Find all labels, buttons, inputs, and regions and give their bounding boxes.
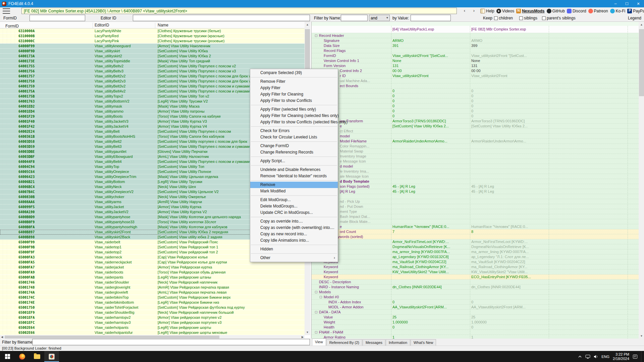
menu-item-compare-selected-39[interactable]: Compare Selected (39) (250, 70, 338, 76)
table-row[interactable]: 6500174AVtaw_raidergloveleft[ArmL] Vtaw … (0, 290, 305, 295)
field-row[interactable]: KeywordKW_VtawUtilitySkirt2 "Vtaw Utilit… (312, 269, 639, 275)
link-discord[interactable]: Discord (567, 9, 586, 13)
table-row[interactable]: 6310000CLacyPantyPink[Clothes] Кружевные… (0, 39, 305, 44)
field-value-plugin1[interactable]: ma_Railroad_ClothingArmor [KY... (392, 264, 448, 269)
field-value-plugin2[interactable]: dn_Clothes [INNR:0020DE44] (471, 285, 521, 290)
collapse-icon[interactable]: − (315, 35, 317, 37)
table-row[interactable]: 6400173EVtaw_utilityTopmiddle[Mask] Vtaw… (0, 59, 305, 64)
field-value-plugin1[interactable]: AA_Vtawutilityskirt2Front [ARM... (392, 305, 447, 310)
field-value-plugin2[interactable]: None (471, 58, 480, 63)
table-row[interactable]: 64001755Vtaw_utilityBeltv2[SetCustom] Vt… (0, 64, 305, 69)
keep-parents-siblings-checkbox[interactable]: parent's siblings (542, 16, 576, 20)
field-row[interactable]: −Record Header (312, 33, 639, 38)
checkbox-icon[interactable] (519, 16, 523, 20)
field-value-plugin2[interactable]: 0 (471, 325, 473, 330)
field-row[interactable]: son Flags (sorted)45 - [A] R Leg45 - [A]… (312, 184, 639, 189)
field-value-plugin2[interactable]: AA_Vtawutilityskirt2Front [ARM... (471, 305, 526, 310)
field-row[interactable]: KeywordArmor_NoFirstTimeLoot [KYWD:...Ar… (312, 239, 639, 244)
column-header-plugin1[interactable]: [64] VtawUtilityPack1.esp (392, 27, 434, 31)
taskbar-file-explorer-button[interactable] (30, 351, 44, 362)
field-row[interactable]: 00 (312, 88, 639, 94)
field-row[interactable]: d model (312, 164, 639, 169)
field-row[interactable]: Keywordap_Legendary [KYWD:001E32C8]ap_Le… (312, 254, 639, 259)
field-value-plugin1[interactable]: 0 (392, 99, 394, 104)
field-value-plugin1[interactable]: None (392, 58, 401, 63)
menu-item-apply-filter-for-cleaning-selected-files-only[interactable]: Apply Filter for Cleaning (selected file… (250, 113, 338, 119)
field-value-plugin1[interactable]: 131 (392, 63, 398, 68)
field-row[interactable]: Form Version131131 (312, 63, 639, 68)
menu-item-hidden[interactable]: Hidden (250, 246, 338, 252)
field-value-plugin1[interactable]: Armor_NoFirstTimeLoot [KYWD:... (392, 239, 449, 244)
field-row[interactable]: −Model #0 (312, 295, 639, 300)
menu-item-delete-modgroups[interactable]: Delete ModGroups... (250, 203, 338, 209)
field-value-plugin2[interactable]: ARMO (471, 38, 482, 43)
tab-referenced-by-2-[interactable]: Referenced By (2) (326, 339, 362, 346)
field-row[interactable]: −Models (312, 290, 639, 295)
field-value-plugin2[interactable]: ECO_HasEntryPoint [KYWD:FE05... (471, 275, 531, 280)
field-value-plugin2[interactable]: 0 (471, 300, 473, 305)
field-row[interactable]: nd - Pick Up (312, 199, 639, 204)
field-value-plugin1[interactable]: ArmorTorso3 [TRNS:00186DDC] (392, 119, 446, 124)
field-value-plugin2[interactable]: 8 (471, 229, 473, 234)
field-row[interactable]: Weight1.0000001.000000 (312, 320, 639, 325)
menu-item-change-formid[interactable]: Change FormID (250, 143, 338, 149)
checkbox-icon[interactable] (542, 16, 546, 20)
table-row[interactable]: 65001750Vtaw_raiderTshirtForjacket[SetCu… (0, 305, 305, 310)
filter-by-name-input[interactable] (341, 15, 368, 21)
field-row[interactable]: eHumanRace "Человек" [RACE:0...HumanRace… (312, 224, 639, 229)
link-github[interactable]: GitHub (547, 9, 565, 13)
field-row[interactable]: Version Control Info 1NoneNone (312, 58, 639, 63)
field-value-plugin2[interactable]: Vtaw_utilityskirt2Front "[SetCust... (471, 53, 527, 58)
field-value-plugin1[interactable]: Armor\RaiderUnderArmor\Armo... (392, 139, 447, 144)
field-row[interactable]: 00 (312, 94, 639, 99)
table-row[interactable]: 6500174CVtaw_raiderbikiniTop[SetCustom] … (0, 295, 305, 300)
menu-item-change-referencing-records[interactable]: Change Referencing Records (250, 149, 338, 156)
menu-icon[interactable] (3, 8, 10, 14)
field-row[interactable]: Value2525 (312, 315, 639, 320)
table-row[interactable]: 65001EFCVtaw_raiderharntopv3[Armor] Vtaw… (0, 320, 305, 325)
menu-item-apply-filter-for-cleaning[interactable]: Apply Filter for Cleaning (250, 91, 338, 98)
field-row[interactable]: MODL - Armor AddonAA_Vtawutilityskirt2Fr… (312, 305, 639, 310)
field-value-plugin1[interactable]: 0 (392, 300, 394, 305)
filter-by-filename-input[interactable] (32, 339, 310, 345)
filter-by-value-input[interactable] (411, 15, 451, 21)
field-row[interactable]: Model FileNameArmor\RaiderUnderArmor\Arm… (312, 139, 639, 144)
field-value-plugin2[interactable]: 0 (471, 99, 473, 104)
field-row[interactable]: Color Remappin... (312, 144, 639, 149)
tab-information[interactable]: Information (386, 339, 410, 346)
field-row[interactable]: iew TransformArmorTorso3 [TRNS:00186DDC]… (312, 119, 639, 124)
tab-what-s-new[interactable]: What's New (411, 339, 436, 346)
scroll-down-icon[interactable]: ▼ (305, 329, 310, 335)
field-value-plugin2[interactable]: Vtaw_utilityskirt2Front (471, 73, 507, 78)
close-button[interactable]: ✕ (633, 0, 644, 7)
scroll-up-icon[interactable]: ▲ (639, 22, 644, 27)
nav-forward-button[interactable]: › (470, 8, 478, 14)
field-value-plugin1[interactable]: Vtaw_utilityskirt2Front (392, 73, 429, 78)
field-value-plugin2[interactable]: 25 (471, 315, 475, 320)
menu-item-apply-filter[interactable]: Apply Filter (250, 85, 338, 91)
menu-item-other[interactable]: Other› (250, 255, 338, 261)
field-row[interactable]: nd - Put Down (312, 204, 639, 209)
notification-center-icon[interactable] (633, 354, 638, 359)
table-row[interactable]: 64000F99Vtaw_utilitykneeguard[Armor] Vta… (0, 44, 305, 49)
field-row[interactable]: Material Swap (312, 149, 639, 154)
column-header-name[interactable]: Name (158, 23, 168, 27)
field-value-plugin1[interactable]: 0 (392, 109, 394, 114)
table-row[interactable]: 6500174EVtaw_raiderbikinibottom[LegR] Vt… (0, 300, 305, 305)
field-row[interactable]: −FNAM - FNAM (312, 330, 639, 335)
menu-item-edit-modgroup[interactable]: Edit ModGroup... (250, 197, 338, 203)
language-indicator[interactable]: ENG (601, 355, 609, 359)
field-row[interactable]: rnate Block Mate... (312, 219, 639, 224)
column-header-editorid[interactable]: EditorID (95, 23, 109, 27)
menu-item-mark-modified[interactable]: Mark Modified (250, 188, 338, 194)
network-icon[interactable] (585, 355, 590, 359)
field-value-plugin2[interactable]: ap_Legendary "Л.1: Слот для ле... (471, 254, 529, 259)
link-nexusmods[interactable]: NexusMods (516, 9, 544, 13)
scroll-down-icon[interactable]: ▼ (639, 333, 644, 339)
field-value-plugin1[interactable]: 7 (392, 229, 394, 234)
table-row[interactable]: 65002E64Vtaw_raiderhotpants[LegR] Vtaw р… (0, 325, 305, 330)
field-row[interactable]: model (312, 134, 639, 139)
menu-item-check-for-circular-leveled-lists[interactable]: Check for Circular Leveled Lists (250, 134, 338, 140)
field-row[interactable]: 00 (312, 104, 639, 109)
field-row[interactable]: Record Flags (312, 48, 639, 53)
